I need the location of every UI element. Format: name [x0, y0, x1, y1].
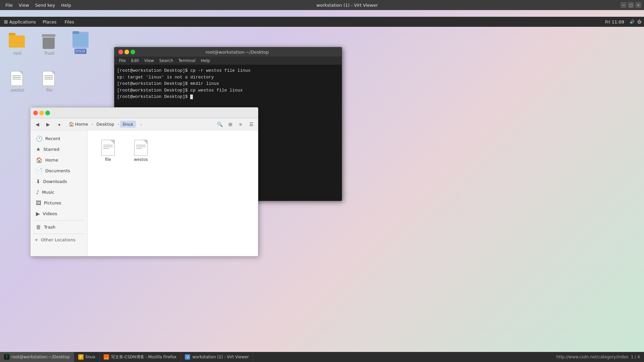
desktop-icon-westos[interactable]: westos [3, 70, 30, 92]
fm-crumb-home-label: Home [75, 122, 88, 127]
sidebar-item-recent[interactable]: 🕐 Recent [32, 133, 86, 144]
power-icon[interactable]: ⏻ [637, 19, 641, 24]
sidebar-item-home[interactable]: 🏠 Home [32, 155, 86, 165]
menu-view[interactable]: View [16, 2, 32, 8]
terminal-menu-file[interactable]: File [117, 58, 128, 64]
sidebar-item-documents[interactable]: 📄 Documents [32, 166, 86, 176]
breadcrumb-sep-1: › [91, 122, 93, 127]
close-button[interactable]: × [635, 2, 641, 8]
fm-crumb-linux-label: linux [123, 122, 133, 127]
fm-crumb-next[interactable]: › [137, 120, 146, 129]
sidebar-divider-2 [33, 234, 85, 234]
sidebar-item-music[interactable]: ♪ Music [32, 187, 86, 197]
filemanager-content: file [88, 130, 258, 256]
sidebar-item-starred[interactable]: ★ Starred [32, 144, 86, 155]
taskbar: T root@workstation:~/Desktop F linux 🦊 写… [0, 352, 644, 362]
other-locations-icon: + [35, 237, 38, 242]
terminal-close-button[interactable] [118, 50, 123, 54]
fm-file-item-file[interactable]: file [93, 136, 123, 165]
gnome-topbar: ⊞ Applications Places Files Fri 11:09 🔊 … [0, 17, 644, 27]
fm-more-button[interactable]: ☰ [247, 120, 256, 129]
fm-search-button[interactable]: 🔍 [215, 120, 224, 129]
fm-breadcrumb: 🏠 Home › Desktop › linux › [66, 120, 212, 129]
recent-icon: 🕐 [36, 135, 43, 142]
terminal-line-1: [root@workstation Desktop]$ cp -r westos… [117, 67, 339, 74]
fm-up-button[interactable]: ◂ [54, 120, 63, 129]
volume-icon[interactable]: 🔊 [630, 19, 635, 24]
sidebar-recent-label: Recent [45, 136, 60, 141]
fm-crumb-desktop[interactable]: Desktop [94, 121, 117, 128]
taskbar-item-terminal[interactable]: T root@workstation:~/Desktop [0, 352, 74, 362]
sidebar-item-pictures[interactable]: 🖼 Pictures [32, 198, 86, 208]
filemanager-window: ◀ ▶ ◂ 🏠 Home › Desktop › linux › 🔍 [30, 107, 258, 256]
sidebar-item-other-locations[interactable]: + Other Locations [31, 235, 87, 244]
terminal-menu-search[interactable]: Search [157, 58, 175, 64]
desktop-icon-root[interactable]: root [3, 34, 30, 55]
taskbar-url: http://www.csdn.net/category/index [556, 355, 628, 359]
trash-icon [41, 34, 57, 50]
filemanager-body: 🕐 Recent ★ Starred 🏠 Home 📄 Documents ⬇ [31, 130, 258, 256]
minimize-button[interactable]: − [621, 2, 627, 8]
desktop-icon-file[interactable]: file [35, 70, 62, 92]
terminal-line-3: [root@workstation Desktop]$ mkdir linux [117, 80, 339, 87]
taskbar-right: http://www.csdn.net/category/index 1 / 4 [556, 355, 644, 359]
fm-max-button[interactable] [45, 111, 50, 115]
terminal-max-button[interactable] [130, 50, 135, 54]
trash-icon-label: Trash [43, 50, 54, 55]
menu-help[interactable]: Help [58, 2, 74, 8]
fm-file-item-westos[interactable]: westos [126, 136, 156, 165]
sidebar-starred-label: Starred [43, 147, 59, 152]
taskbar-item-firefox[interactable]: 🦊 写文章-CSDN博客 - Mozilla Firefox [100, 352, 181, 362]
fm-forward-button[interactable]: ▶ [43, 120, 53, 129]
fm-list-view-button[interactable]: ≡ [236, 120, 245, 129]
sidebar-trash-label: Trash [44, 225, 55, 230]
sidebar-item-trash[interactable]: 🗑 Trash [32, 222, 86, 232]
virt-viewer-menu: File View Send key Help [0, 2, 74, 8]
places-menu[interactable]: Places [40, 19, 59, 25]
virt-viewer-titlebar: File View Send key Help workstation (1) … [0, 0, 644, 10]
taskbar-virt-icon: V [185, 354, 190, 360]
terminal-line-4: [root@workstation Desktop]$ cp westos fi… [117, 87, 339, 94]
taskbar-item-virt[interactable]: V workstation (1) - Virt Viewer [181, 352, 253, 362]
files-menu[interactable]: Files [62, 19, 77, 25]
terminal-title: root@workstation:~/Desktop [135, 50, 339, 55]
fm-crumb-linux[interactable]: linux [120, 121, 136, 128]
menu-sendkey[interactable]: Send key [33, 2, 58, 8]
desktop-icon-trash[interactable]: Trash [35, 34, 62, 55]
sidebar-videos-label: Videos [43, 211, 57, 216]
applications-label: Applications [9, 19, 36, 24]
fm-crumb-home[interactable]: 🏠 Home [66, 121, 91, 128]
file-icon [41, 70, 57, 86]
filemanager-titlebar [31, 108, 258, 118]
breadcrumb-sep-2: › [118, 122, 119, 127]
terminal-menu: File Edit View Search Terminal Help [114, 57, 342, 65]
fm-back-button[interactable]: ◀ [33, 120, 42, 129]
terminal-menu-terminal[interactable]: Terminal [176, 58, 198, 64]
fm-file-icon-westos [133, 138, 149, 157]
filemanager-sidebar: 🕐 Recent ★ Starred 🏠 Home 📄 Documents ⬇ [31, 130, 88, 256]
pictures-icon: 🖼 [36, 200, 41, 206]
fm-grid-view-button[interactable]: ⊞ [226, 120, 235, 129]
terminal-menu-view[interactable]: View [142, 58, 156, 64]
sidebar-music-label: Music [42, 190, 54, 195]
menu-file[interactable]: File [3, 2, 15, 8]
taskbar-item-filemanager[interactable]: F linux [74, 352, 100, 362]
fm-close-button[interactable] [33, 111, 38, 115]
terminal-titlebar: root@workstation:~/Desktop [114, 47, 342, 57]
westos-file-icon [9, 70, 25, 86]
sidebar-divider [33, 220, 85, 221]
fm-min-button[interactable] [39, 111, 44, 115]
maximize-button[interactable]: □ [628, 2, 634, 8]
terminal-min-button[interactable] [124, 50, 129, 54]
terminal-menu-edit[interactable]: Edit [129, 58, 141, 64]
linux-folder-icon [72, 32, 89, 48]
sidebar-item-videos[interactable]: ▶ Videos [32, 208, 86, 219]
desktop-icon-linux[interactable]: linux [67, 32, 94, 54]
taskbar-page: 1 / 4 [631, 355, 640, 359]
applications-menu[interactable]: ⊞ Applications [0, 19, 40, 24]
sidebar-item-downloads[interactable]: ⬇ Downloads [32, 176, 86, 187]
root-icon-label: root [13, 50, 21, 55]
desktop-area: root Trash linux west [0, 27, 644, 352]
taskbar-virt-label: workstation (1) - Virt Viewer [192, 355, 249, 359]
terminal-menu-help[interactable]: Help [199, 58, 212, 64]
